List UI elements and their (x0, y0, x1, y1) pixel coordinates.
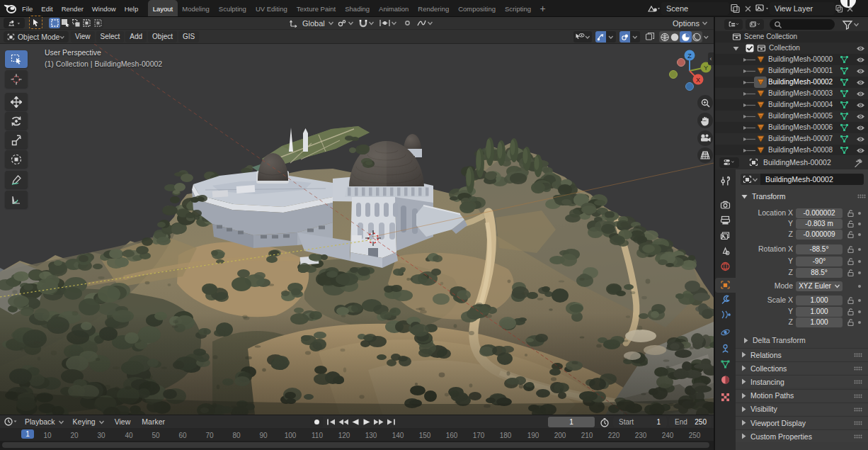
svg-text:X: X (696, 77, 700, 84)
svg-text:Z: Z (687, 52, 692, 60)
svg-text:Y: Y (704, 64, 708, 72)
